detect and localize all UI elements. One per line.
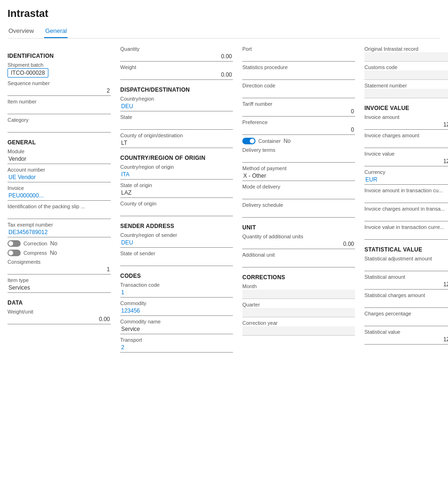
weight-value[interactable]: 0.00	[120, 71, 233, 80]
direction-code-value[interactable]	[242, 89, 355, 98]
tab-overview[interactable]: Overview	[8, 24, 35, 38]
correction-year-label: Correction year	[242, 320, 355, 326]
invoice-charges-value[interactable]: 0.00	[364, 139, 448, 148]
state-origin-field: State of origin LAZ	[120, 182, 233, 198]
invoice-amount-value[interactable]: 120,000.00	[364, 120, 448, 130]
general-title: GENERAL	[8, 139, 111, 146]
county-origin-field: County of origin/destination LT	[120, 133, 233, 148]
invoice-value-tx-label: Invoice value in transaction curre...	[364, 224, 448, 230]
sequence-number-value: 2	[8, 86, 111, 96]
weight-unit-value[interactable]: 0.00	[8, 315, 111, 324]
county-origin-value[interactable]: LT	[120, 139, 233, 148]
invoice-amount-tx-value[interactable]: 0.00	[364, 194, 448, 203]
currency-field: Currency EUR	[364, 169, 448, 185]
additional-unit-value[interactable]	[242, 258, 355, 267]
invoice-value-tx-field: Invoice value in transaction curre... 0.…	[364, 224, 448, 240]
account-number-value[interactable]: UE Vendor	[8, 173, 111, 182]
correction-year-value	[242, 326, 355, 336]
charges-pct-value[interactable]: 0.00	[364, 317, 448, 326]
col-port: Port Statistics procedure Direction code…	[242, 46, 355, 355]
compress-toggle-knob	[8, 251, 13, 255]
tariff-number-value[interactable]: 0	[242, 107, 355, 117]
invoice-value-title: INVOICE VALUE	[364, 105, 448, 111]
port-value[interactable]	[242, 52, 355, 62]
invoice-amount-tx-field: Invoice amount in transaction cu... 0.00	[364, 188, 448, 203]
compress-toggle[interactable]	[8, 250, 21, 256]
state-value[interactable]	[120, 120, 233, 130]
state-sender-value[interactable]	[120, 257, 233, 266]
county-origin2-value[interactable]	[120, 207, 233, 216]
stat-amount-value[interactable]: 120,000.00	[364, 280, 448, 290]
sequence-number-field: Sequence number 2	[8, 80, 111, 96]
country-sender-value[interactable]: DEU	[120, 238, 233, 248]
delivery-terms-value[interactable]	[242, 153, 355, 163]
invoice-value-value[interactable]: 120,000.00	[364, 157, 448, 166]
stat-value-label: Statistical value	[364, 329, 448, 335]
container-toggle[interactable]	[242, 138, 255, 144]
delivery-schedule-value[interactable]	[242, 208, 355, 218]
quantity-value[interactable]: 0.00	[120, 52, 233, 62]
category-field: Category	[8, 117, 111, 133]
invoice-value-tx-value[interactable]: 0.00	[364, 230, 448, 240]
statistics-procedure-field: Statistics procedure	[242, 64, 355, 80]
stat-adjustment-value[interactable]: 0.00	[364, 262, 448, 271]
qty-additional-value[interactable]: 0.00	[242, 240, 355, 249]
item-number-value[interactable]	[8, 105, 111, 114]
weight-unit-label: Weight/unit	[8, 309, 111, 314]
stat-value-value[interactable]: 120,000.00	[364, 335, 448, 345]
delivery-terms-field: Delivery terms	[242, 147, 355, 163]
category-label: Category	[8, 117, 111, 123]
quarter-field: Quarter	[242, 302, 355, 317]
country-region-value[interactable]: DEU	[120, 102, 233, 111]
transport-value[interactable]: 2	[120, 343, 233, 353]
country-region-origin-title: COUNTRY/REGION OF ORIGIN	[120, 155, 233, 161]
invoice-amount-field: Invoice amount 120,000.00	[364, 114, 448, 130]
tab-general[interactable]: General	[44, 24, 68, 38]
correction-toggle[interactable]	[8, 240, 21, 247]
invoice-amount-tx-label: Invoice amount in transaction cu...	[364, 188, 448, 193]
sequence-number-label: Sequence number	[8, 80, 111, 86]
original-intrastat-value	[364, 52, 448, 62]
currency-value[interactable]: EUR	[364, 175, 448, 185]
consignments-value[interactable]: 1	[8, 265, 111, 275]
shipment-batch-input[interactable]: ITCO-000028	[8, 68, 48, 78]
unit-title: UNIT	[242, 224, 355, 231]
invoice-label: Invoice	[8, 185, 111, 191]
port-label: Port	[242, 46, 355, 52]
mode-delivery-value[interactable]	[242, 190, 355, 199]
transaction-code-value[interactable]: 1	[120, 288, 233, 298]
preference-value[interactable]: 0	[242, 126, 355, 135]
item-number-label: Item number	[8, 99, 111, 104]
packing-value[interactable]	[8, 210, 111, 219]
commodity-name-label: Commodity name	[120, 319, 233, 324]
container-toggle-knob	[250, 139, 255, 143]
tax-exempt-value[interactable]: DE3456789012	[8, 228, 111, 237]
packing-label: Identification of the packing slip ...	[8, 204, 111, 209]
method-payment-value[interactable]: X - Other	[242, 172, 355, 181]
compress-toggle-value: No	[50, 250, 57, 256]
category-value[interactable]	[8, 123, 111, 133]
item-type-value[interactable]: Services	[8, 283, 111, 293]
invoice-charges-tx-value[interactable]: 0.00	[364, 212, 448, 221]
state-origin-value[interactable]: LAZ	[120, 189, 233, 198]
stat-amount-label: Statistical amount	[364, 274, 448, 280]
statement-number-value	[364, 89, 448, 98]
identification-title: IDENTIFICATION	[8, 53, 111, 59]
transaction-code-field: Transaction code 1	[120, 282, 233, 298]
direction-code-field: Direction code	[242, 83, 355, 98]
invoice-value[interactable]: PEU000000...	[8, 191, 111, 201]
country-region-origin-value[interactable]: ITA	[120, 170, 233, 180]
commodity-value[interactable]: 123456	[120, 306, 233, 316]
stat-charges-value[interactable]: 0.00	[364, 298, 448, 308]
account-number-field: Account number UE Vendor	[8, 167, 111, 182]
tab-bar: Overview General	[8, 24, 440, 39]
commodity-name-value[interactable]: Service	[120, 325, 233, 334]
month-value	[242, 290, 355, 299]
module-value[interactable]: Vendor	[8, 155, 111, 164]
original-intrastat-label: Original Intrastat record	[364, 46, 448, 52]
tariff-number-label: Tariff number	[242, 101, 355, 107]
statistics-procedure-value[interactable]	[242, 71, 355, 80]
statement-number-label: Statement number	[364, 83, 448, 88]
page-title: Intrastat	[8, 8, 440, 20]
mode-delivery-label: Mode of delivery	[242, 184, 355, 189]
